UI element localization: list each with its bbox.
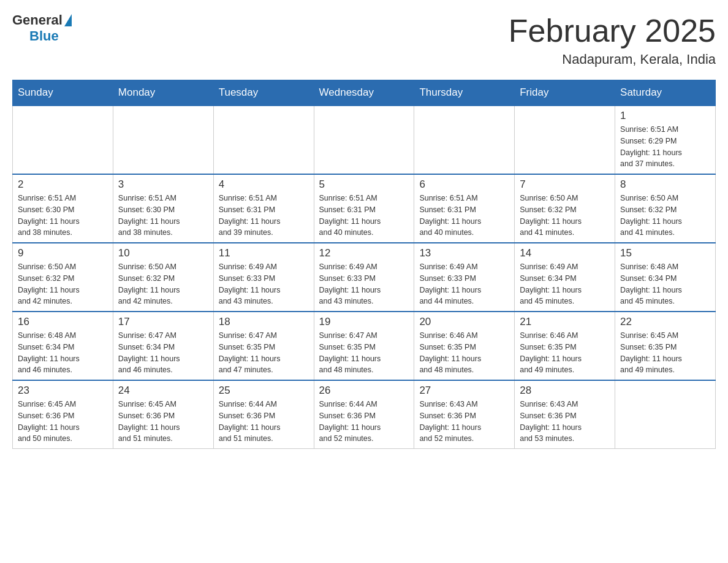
day-cell: 18Sunrise: 6:47 AM Sunset: 6:35 PM Dayli… — [213, 312, 314, 380]
day-cell: 5Sunrise: 6:51 AM Sunset: 6:31 PM Daylig… — [314, 174, 414, 243]
day-number: 14 — [520, 247, 610, 259]
day-cell: 14Sunrise: 6:49 AM Sunset: 6:34 PM Dayli… — [515, 243, 615, 312]
day-info: Sunrise: 6:47 AM Sunset: 6:34 PM Dayligh… — [118, 330, 208, 376]
day-cell: 13Sunrise: 6:49 AM Sunset: 6:33 PM Dayli… — [414, 243, 515, 312]
day-cell: 20Sunrise: 6:46 AM Sunset: 6:35 PM Dayli… — [414, 312, 515, 380]
day-cell: 25Sunrise: 6:44 AM Sunset: 6:36 PM Dayli… — [213, 380, 314, 449]
day-info: Sunrise: 6:51 AM Sunset: 6:31 PM Dayligh… — [419, 193, 509, 239]
day-info: Sunrise: 6:45 AM Sunset: 6:35 PM Dayligh… — [620, 330, 710, 376]
day-number: 12 — [319, 247, 409, 259]
header-thursday: Thursday — [414, 80, 515, 106]
day-number: 1 — [620, 110, 710, 122]
day-cell — [314, 105, 414, 174]
day-number: 17 — [118, 316, 208, 328]
day-number: 23 — [18, 385, 108, 397]
logo-triangle-icon — [64, 14, 72, 26]
day-number: 13 — [419, 247, 509, 259]
day-number: 6 — [419, 178, 509, 191]
header-saturday: Saturday — [615, 80, 716, 106]
day-number: 10 — [118, 247, 208, 259]
day-info: Sunrise: 6:50 AM Sunset: 6:32 PM Dayligh… — [620, 193, 710, 239]
day-cell: 2Sunrise: 6:51 AM Sunset: 6:30 PM Daylig… — [13, 174, 113, 243]
day-info: Sunrise: 6:48 AM Sunset: 6:34 PM Dayligh… — [620, 261, 710, 307]
day-number: 20 — [419, 316, 509, 328]
day-info: Sunrise: 6:48 AM Sunset: 6:34 PM Dayligh… — [18, 330, 108, 376]
day-cell: 17Sunrise: 6:47 AM Sunset: 6:34 PM Dayli… — [113, 312, 213, 380]
logo-blue-text: Blue — [29, 28, 72, 44]
day-cell — [13, 105, 113, 174]
day-info: Sunrise: 6:49 AM Sunset: 6:33 PM Dayligh… — [319, 261, 409, 307]
day-cell: 7Sunrise: 6:50 AM Sunset: 6:32 PM Daylig… — [515, 174, 615, 243]
header-sunday: Sunday — [13, 80, 113, 106]
day-cell — [414, 105, 515, 174]
week-row-5: 23Sunrise: 6:45 AM Sunset: 6:36 PM Dayli… — [13, 380, 716, 449]
day-number: 9 — [18, 247, 108, 259]
day-number: 27 — [419, 385, 509, 397]
day-info: Sunrise: 6:50 AM Sunset: 6:32 PM Dayligh… — [18, 261, 108, 307]
location-text: Nadapuram, Kerala, India — [509, 52, 716, 67]
day-cell: 24Sunrise: 6:45 AM Sunset: 6:36 PM Dayli… — [113, 380, 213, 449]
day-cell: 26Sunrise: 6:44 AM Sunset: 6:36 PM Dayli… — [314, 380, 414, 449]
day-info: Sunrise: 6:44 AM Sunset: 6:36 PM Dayligh… — [319, 399, 409, 445]
day-cell: 19Sunrise: 6:47 AM Sunset: 6:35 PM Dayli… — [314, 312, 414, 380]
day-number: 28 — [520, 385, 610, 397]
day-cell: 22Sunrise: 6:45 AM Sunset: 6:35 PM Dayli… — [615, 312, 716, 380]
title-section: February 2025 Nadapuram, Kerala, India — [509, 12, 716, 67]
day-number: 5 — [319, 178, 409, 191]
day-info: Sunrise: 6:45 AM Sunset: 6:36 PM Dayligh… — [18, 399, 108, 445]
day-cell: 15Sunrise: 6:48 AM Sunset: 6:34 PM Dayli… — [615, 243, 716, 312]
day-info: Sunrise: 6:50 AM Sunset: 6:32 PM Dayligh… — [520, 193, 610, 239]
day-info: Sunrise: 6:51 AM Sunset: 6:30 PM Dayligh… — [118, 193, 208, 239]
week-row-3: 9Sunrise: 6:50 AM Sunset: 6:32 PM Daylig… — [13, 243, 716, 312]
day-cell: 11Sunrise: 6:49 AM Sunset: 6:33 PM Dayli… — [213, 243, 314, 312]
logo: General Blue — [12, 12, 72, 44]
day-info: Sunrise: 6:51 AM Sunset: 6:29 PM Dayligh… — [620, 124, 710, 170]
day-info: Sunrise: 6:50 AM Sunset: 6:32 PM Dayligh… — [118, 261, 208, 307]
day-cell: 4Sunrise: 6:51 AM Sunset: 6:31 PM Daylig… — [213, 174, 314, 243]
calendar-table: Sunday Monday Tuesday Wednesday Thursday… — [12, 80, 716, 449]
day-cell: 28Sunrise: 6:43 AM Sunset: 6:36 PM Dayli… — [515, 380, 615, 449]
day-number: 2 — [18, 178, 108, 191]
day-number: 19 — [319, 316, 409, 328]
day-cell — [615, 380, 716, 449]
day-info: Sunrise: 6:43 AM Sunset: 6:36 PM Dayligh… — [520, 399, 610, 445]
day-number: 25 — [219, 385, 309, 397]
day-cell: 8Sunrise: 6:50 AM Sunset: 6:32 PM Daylig… — [615, 174, 716, 243]
day-cell — [515, 105, 615, 174]
day-number: 22 — [620, 316, 710, 328]
day-number: 11 — [219, 247, 309, 259]
day-number: 24 — [118, 385, 208, 397]
day-info: Sunrise: 6:46 AM Sunset: 6:35 PM Dayligh… — [419, 330, 509, 376]
day-number: 21 — [520, 316, 610, 328]
header-monday: Monday — [113, 80, 213, 106]
month-title: February 2025 — [509, 12, 716, 49]
day-cell: 27Sunrise: 6:43 AM Sunset: 6:36 PM Dayli… — [414, 380, 515, 449]
day-info: Sunrise: 6:49 AM Sunset: 6:34 PM Dayligh… — [520, 261, 610, 307]
day-cell: 23Sunrise: 6:45 AM Sunset: 6:36 PM Dayli… — [13, 380, 113, 449]
week-row-1: 1Sunrise: 6:51 AM Sunset: 6:29 PM Daylig… — [13, 105, 716, 174]
day-number: 16 — [18, 316, 108, 328]
day-cell: 12Sunrise: 6:49 AM Sunset: 6:33 PM Dayli… — [314, 243, 414, 312]
day-info: Sunrise: 6:49 AM Sunset: 6:33 PM Dayligh… — [219, 261, 309, 307]
day-info: Sunrise: 6:45 AM Sunset: 6:36 PM Dayligh… — [118, 399, 208, 445]
day-info: Sunrise: 6:44 AM Sunset: 6:36 PM Dayligh… — [219, 399, 309, 445]
day-cell: 6Sunrise: 6:51 AM Sunset: 6:31 PM Daylig… — [414, 174, 515, 243]
page-header: General Blue February 2025 Nadapuram, Ke… — [12, 12, 716, 67]
day-cell: 1Sunrise: 6:51 AM Sunset: 6:29 PM Daylig… — [615, 105, 716, 174]
day-number: 7 — [520, 178, 610, 191]
day-cell: 16Sunrise: 6:48 AM Sunset: 6:34 PM Dayli… — [13, 312, 113, 380]
day-info: Sunrise: 6:47 AM Sunset: 6:35 PM Dayligh… — [219, 330, 309, 376]
day-number: 15 — [620, 247, 710, 259]
header-friday: Friday — [515, 80, 615, 106]
day-cell: 9Sunrise: 6:50 AM Sunset: 6:32 PM Daylig… — [13, 243, 113, 312]
day-info: Sunrise: 6:49 AM Sunset: 6:33 PM Dayligh… — [419, 261, 509, 307]
day-info: Sunrise: 6:43 AM Sunset: 6:36 PM Dayligh… — [419, 399, 509, 445]
day-info: Sunrise: 6:51 AM Sunset: 6:31 PM Dayligh… — [219, 193, 309, 239]
day-number: 4 — [219, 178, 309, 191]
day-number: 18 — [219, 316, 309, 328]
day-number: 8 — [620, 178, 710, 191]
day-cell: 10Sunrise: 6:50 AM Sunset: 6:32 PM Dayli… — [113, 243, 213, 312]
calendar-header-row: Sunday Monday Tuesday Wednesday Thursday… — [13, 80, 716, 106]
day-number: 26 — [319, 385, 409, 397]
day-number: 3 — [118, 178, 208, 191]
